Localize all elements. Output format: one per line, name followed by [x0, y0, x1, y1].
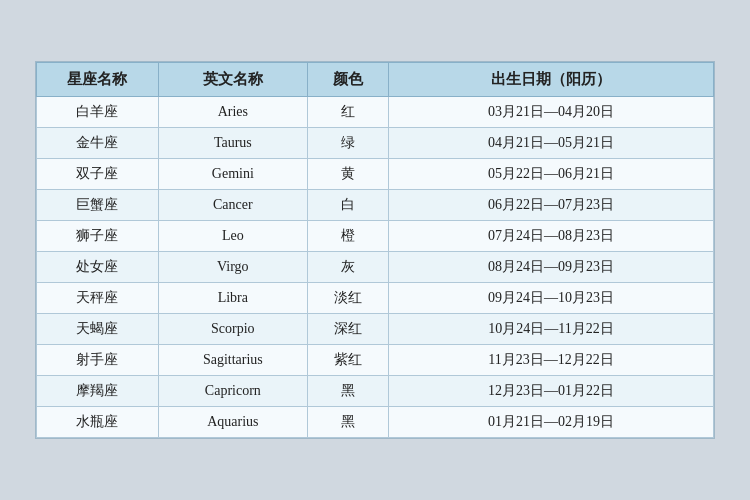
table-row: 摩羯座Capricorn黑12月23日—01月22日	[37, 376, 714, 407]
cell-chinese: 白羊座	[37, 97, 159, 128]
header-date: 出生日期（阳历）	[389, 63, 714, 97]
cell-color: 黄	[307, 159, 388, 190]
cell-english: Aquarius	[158, 407, 307, 438]
cell-date: 09月24日—10月23日	[389, 283, 714, 314]
cell-english: Libra	[158, 283, 307, 314]
cell-color: 白	[307, 190, 388, 221]
cell-english: Aries	[158, 97, 307, 128]
cell-color: 黑	[307, 407, 388, 438]
cell-chinese: 巨蟹座	[37, 190, 159, 221]
cell-color: 紫红	[307, 345, 388, 376]
zodiac-table-container: 星座名称 英文名称 颜色 出生日期（阳历） 白羊座Aries红03月21日—04…	[35, 61, 715, 439]
cell-english: Virgo	[158, 252, 307, 283]
cell-date: 03月21日—04月20日	[389, 97, 714, 128]
cell-chinese: 狮子座	[37, 221, 159, 252]
cell-english: Capricorn	[158, 376, 307, 407]
table-row: 水瓶座Aquarius黑01月21日—02月19日	[37, 407, 714, 438]
cell-date: 07月24日—08月23日	[389, 221, 714, 252]
table-row: 双子座Gemini黄05月22日—06月21日	[37, 159, 714, 190]
cell-english: Taurus	[158, 128, 307, 159]
cell-chinese: 双子座	[37, 159, 159, 190]
cell-chinese: 天蝎座	[37, 314, 159, 345]
table-header-row: 星座名称 英文名称 颜色 出生日期（阳历）	[37, 63, 714, 97]
cell-color: 深红	[307, 314, 388, 345]
cell-color: 橙	[307, 221, 388, 252]
table-row: 狮子座Leo橙07月24日—08月23日	[37, 221, 714, 252]
header-chinese: 星座名称	[37, 63, 159, 97]
cell-chinese: 摩羯座	[37, 376, 159, 407]
cell-date: 04月21日—05月21日	[389, 128, 714, 159]
cell-date: 08月24日—09月23日	[389, 252, 714, 283]
cell-date: 11月23日—12月22日	[389, 345, 714, 376]
cell-color: 灰	[307, 252, 388, 283]
cell-english: Sagittarius	[158, 345, 307, 376]
cell-chinese: 射手座	[37, 345, 159, 376]
table-row: 金牛座Taurus绿04月21日—05月21日	[37, 128, 714, 159]
header-english: 英文名称	[158, 63, 307, 97]
cell-date: 12月23日—01月22日	[389, 376, 714, 407]
table-row: 处女座Virgo灰08月24日—09月23日	[37, 252, 714, 283]
cell-date: 06月22日—07月23日	[389, 190, 714, 221]
cell-date: 10月24日—11月22日	[389, 314, 714, 345]
table-row: 天秤座Libra淡红09月24日—10月23日	[37, 283, 714, 314]
table-body: 白羊座Aries红03月21日—04月20日金牛座Taurus绿04月21日—0…	[37, 97, 714, 438]
cell-color: 红	[307, 97, 388, 128]
cell-english: Gemini	[158, 159, 307, 190]
cell-english: Scorpio	[158, 314, 307, 345]
cell-chinese: 金牛座	[37, 128, 159, 159]
cell-color: 绿	[307, 128, 388, 159]
table-row: 射手座Sagittarius紫红11月23日—12月22日	[37, 345, 714, 376]
cell-color: 黑	[307, 376, 388, 407]
cell-chinese: 天秤座	[37, 283, 159, 314]
table-row: 巨蟹座Cancer白06月22日—07月23日	[37, 190, 714, 221]
cell-chinese: 水瓶座	[37, 407, 159, 438]
table-row: 白羊座Aries红03月21日—04月20日	[37, 97, 714, 128]
cell-chinese: 处女座	[37, 252, 159, 283]
cell-color: 淡红	[307, 283, 388, 314]
table-row: 天蝎座Scorpio深红10月24日—11月22日	[37, 314, 714, 345]
cell-english: Cancer	[158, 190, 307, 221]
cell-date: 01月21日—02月19日	[389, 407, 714, 438]
cell-date: 05月22日—06月21日	[389, 159, 714, 190]
cell-english: Leo	[158, 221, 307, 252]
zodiac-table: 星座名称 英文名称 颜色 出生日期（阳历） 白羊座Aries红03月21日—04…	[36, 62, 714, 438]
header-color: 颜色	[307, 63, 388, 97]
